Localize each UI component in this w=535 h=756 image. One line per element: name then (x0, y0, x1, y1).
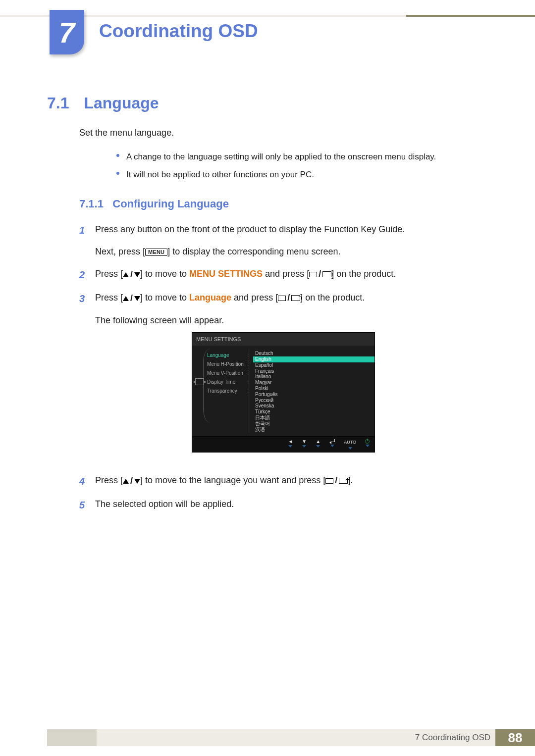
osd-lang-option: 日本語 (253, 415, 374, 421)
step-text: ] on the product. (300, 293, 365, 302)
osd-lang-option: Deutsch (253, 351, 374, 356)
osd-category-icon (195, 378, 204, 385)
osd-language-list: Deutsch English Español Français Italian… (249, 349, 374, 432)
step-number: 2 (79, 267, 95, 282)
step-text: ] on the product. (331, 269, 396, 279)
up-arrow-icon (123, 479, 129, 484)
note-item: It will not be applied to other function… (116, 168, 485, 181)
chapter-number: 7 (59, 16, 75, 49)
step-number: 1 (79, 223, 95, 258)
step-4: 4 Press [/] to move to the language you … (79, 474, 485, 489)
step-3: 3 Press [/] to move to Language and pres… (79, 291, 485, 465)
osd-menu-display-time: Display Time (207, 378, 244, 386)
osd-lang-option: Polski (253, 386, 374, 392)
osd-lang-option: Türkçe (253, 409, 374, 415)
step-text: and press [ (263, 269, 309, 279)
osd-lang-option: Italiano (253, 374, 374, 380)
content-area: Set the menu language. A change to the l… (79, 126, 485, 521)
step-text: Next, press [ (95, 247, 145, 256)
source-icon (278, 296, 286, 301)
step-text: ] to display the corresponding menu scre… (167, 247, 340, 256)
step-text: Press [ (95, 475, 123, 485)
osd-footer: ◄ ▼ ▲ AUTO (192, 436, 374, 452)
osd-lang-option: Português (253, 392, 374, 398)
note-list: A change to the language setting will on… (116, 151, 485, 181)
step-text: The following screen will appear. (95, 314, 485, 327)
osd-menu-language: Language (207, 352, 244, 359)
osd-lang-option: 汉语 (253, 427, 374, 433)
osd-menu-hpos: Menu H-Position (207, 360, 244, 368)
step-2: 2 Press [/] to move to MENU SETTINGS and… (79, 267, 485, 282)
chapter-badge: 7 (50, 10, 84, 54)
footer-label: 7 Coordinating OSD (415, 733, 490, 743)
note-item: A change to the language setting will on… (116, 151, 485, 163)
footer-accent-a (47, 729, 97, 746)
up-arrow-icon (123, 296, 129, 301)
footer-page-number: 88 (495, 729, 535, 746)
step-text: ] to move to (140, 269, 189, 279)
osd-lang-option: Svenska (253, 403, 374, 409)
osd-menu-vpos: Menu V-Position (207, 369, 244, 377)
section-number: 7.1 (47, 94, 77, 112)
osd-curve-decoration (203, 349, 210, 423)
step-text: and press [ (231, 293, 278, 302)
step-1: 1 Press any button on the front of the p… (79, 223, 485, 258)
enter-icon (291, 295, 300, 301)
step-text: ] to move to the language you want and p… (140, 475, 325, 485)
section-heading: 7.1 Language (47, 94, 490, 112)
osd-down-icon: ▼ (302, 439, 307, 444)
osd-lang-option: Magyar (253, 380, 374, 386)
osd-lang-option: Français (253, 368, 374, 374)
osd-screenshot: MENU SETTINGS Language: Menu H-Position:… (192, 332, 375, 453)
enter-icon (322, 271, 331, 277)
up-arrow-icon (123, 272, 129, 277)
osd-lang-option: Español (253, 362, 374, 368)
subsection-number: 7.1.1 (79, 198, 104, 210)
source-icon (309, 272, 317, 277)
osd-power-icon (365, 439, 370, 444)
page-footer: 7 Coordinating OSD 88 (47, 729, 535, 746)
down-arrow-icon (134, 272, 140, 277)
highlight-menu-settings: MENU SETTINGS (189, 269, 263, 279)
down-arrow-icon (134, 296, 140, 301)
osd-lang-option: 한국어 (253, 421, 374, 427)
osd-lang-option: Русский (253, 398, 374, 403)
osd-lang-option-selected: English (253, 356, 374, 362)
steps-list: 1 Press any button on the front of the p… (79, 223, 485, 512)
highlight-language: Language (189, 293, 231, 302)
step-5: 5 The selected option will be applied. (79, 498, 485, 512)
step-text: ] to move to (140, 293, 189, 302)
down-arrow-icon (134, 479, 140, 484)
osd-title: MENU SETTINGS (192, 333, 374, 346)
chapter-title: Coordinating OSD (99, 21, 258, 42)
step-number: 4 (79, 474, 95, 489)
subsection-heading: 7.1.1 Configuring Language (79, 196, 485, 212)
subsection-title: Configuring Language (112, 198, 229, 210)
section-title: Language (84, 94, 159, 112)
osd-left-icon: ◄ (288, 439, 293, 444)
osd-auto-label: AUTO (344, 439, 356, 446)
step-number: 3 (79, 291, 95, 465)
section-intro: Set the menu language. (79, 126, 485, 140)
menu-key-label: MENU (145, 249, 167, 256)
step-text: Press [ (95, 269, 123, 279)
step-text: Press any button on the front of the pro… (95, 224, 405, 234)
source-icon (325, 478, 333, 484)
osd-up-icon: ▲ (316, 439, 321, 444)
step-text: Press [ (95, 293, 123, 302)
step-number: 5 (79, 498, 95, 512)
enter-icon (339, 478, 348, 484)
osd-menu-transparency: Transparency (207, 387, 244, 395)
osd-enter-icon (329, 439, 335, 444)
step-text: The selected option will be applied. (95, 499, 234, 509)
